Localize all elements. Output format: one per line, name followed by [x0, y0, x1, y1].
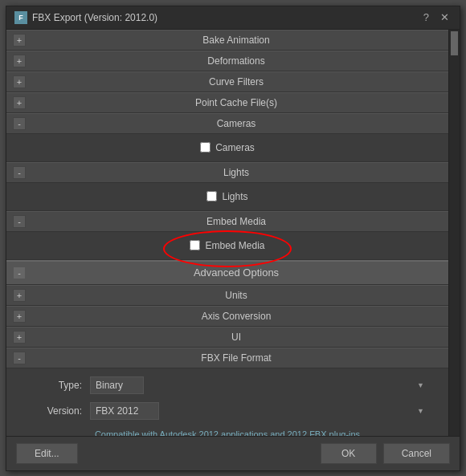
cameras-checkbox-row: Cameras: [19, 139, 435, 157]
label-lights: Lights: [31, 167, 442, 178]
scroll-content[interactable]: + Bake Animation + Deformations + Curve …: [6, 30, 448, 436]
toggle-deformations[interactable]: +: [13, 55, 26, 67]
advanced-options-header: - Advanced Options: [6, 260, 448, 285]
lights-checkbox-label: Lights: [222, 191, 247, 202]
embed-media-content: Embed Media: [6, 232, 448, 260]
cameras-content: Cameras: [6, 134, 448, 162]
scrollbar-track[interactable]: [448, 30, 460, 436]
embed-media-checkbox[interactable]: [190, 240, 200, 250]
toggle-fbx-file-format[interactable]: -: [13, 352, 26, 364]
toggle-axis-conversion[interactable]: +: [13, 310, 26, 323]
embed-media-container: Embed Media: [19, 237, 435, 254]
cancel-button[interactable]: Cancel: [383, 443, 450, 464]
lights-content: Lights: [6, 183, 448, 211]
toggle-advanced-options[interactable]: -: [13, 266, 26, 279]
section-lights[interactable]: - Lights: [6, 162, 448, 183]
type-select-wrapper: Binary ASCII: [90, 376, 429, 394]
dialog-title: FBX Export (Version: 2012.0): [32, 12, 157, 23]
content-area: + Bake Animation + Deformations + Curve …: [6, 30, 460, 436]
section-embed-media[interactable]: - Embed Media: [6, 211, 448, 232]
toggle-bake-animation[interactable]: +: [13, 34, 26, 47]
version-row: Version: FBX 2012 FBX 2011 FBX 2010 FBX …: [19, 401, 435, 421]
lights-checkbox-row: Lights: [19, 188, 435, 205]
title-bar-left: F FBX Export (Version: 2012.0): [14, 11, 157, 24]
section-bake-animation[interactable]: + Bake Animation: [6, 30, 448, 51]
version-select[interactable]: FBX 2012 FBX 2011 FBX 2010 FBX 2009: [90, 402, 159, 420]
ok-cancel-group: OK Cancel: [321, 443, 450, 464]
edit-button[interactable]: Edit...: [16, 443, 78, 464]
version-select-wrapper: FBX 2012 FBX 2011 FBX 2010 FBX 2009: [90, 402, 429, 420]
label-cameras: Cameras: [31, 118, 442, 129]
section-deformations[interactable]: + Deformations: [6, 51, 448, 71]
section-curve-filters[interactable]: + Curve Filters: [6, 71, 448, 92]
embed-media-checkbox-row: Embed Media: [183, 237, 271, 254]
toggle-point-cache[interactable]: +: [13, 96, 26, 109]
toggle-lights[interactable]: -: [13, 166, 26, 179]
label-bake-animation: Bake Animation: [31, 35, 442, 46]
toggle-curve-filters[interactable]: +: [13, 75, 26, 88]
section-axis-conversion[interactable]: + Axis Conversion: [6, 306, 448, 327]
label-units: Units: [31, 290, 442, 301]
fbx-export-dialog: F FBX Export (Version: 2012.0) ? ✕ + Bak…: [6, 6, 460, 471]
type-label: Type:: [26, 380, 82, 391]
ok-button[interactable]: OK: [321, 443, 377, 464]
cameras-checkbox-label: Cameras: [215, 142, 255, 153]
section-fbx-file-format[interactable]: - FBX File Format: [6, 348, 448, 368]
app-icon: F: [14, 11, 27, 24]
toggle-units[interactable]: +: [13, 289, 26, 302]
version-label: Version:: [26, 405, 82, 417]
section-ui[interactable]: + UI: [6, 327, 448, 348]
label-curve-filters: Curve Filters: [31, 76, 442, 87]
type-row: Type: Binary ASCII: [19, 375, 435, 396]
label-point-cache: Point Cache File(s): [31, 97, 442, 108]
label-fbx-file-format: FBX File Format: [31, 352, 442, 364]
title-bar-controls: ? ✕: [421, 11, 452, 23]
toggle-embed-media[interactable]: -: [13, 215, 26, 228]
fbx-format-content: Type: Binary ASCII Version: FBX 2012: [6, 368, 448, 436]
section-point-cache[interactable]: + Point Cache File(s): [6, 92, 448, 113]
section-cameras[interactable]: - Cameras: [6, 113, 448, 134]
embed-media-checkbox-label: Embed Media: [205, 240, 264, 251]
title-bar: F FBX Export (Version: 2012.0) ? ✕: [6, 6, 460, 30]
toggle-ui[interactable]: +: [13, 331, 26, 344]
type-select[interactable]: Binary ASCII: [90, 376, 144, 394]
label-deformations: Deformations: [31, 55, 442, 67]
cameras-checkbox[interactable]: [200, 142, 211, 153]
scrollbar-thumb[interactable]: [451, 31, 458, 55]
label-embed-media: Embed Media: [31, 216, 442, 227]
close-button[interactable]: ✕: [438, 11, 452, 23]
label-ui: UI: [31, 332, 442, 343]
label-axis-conversion: Axis Conversion: [31, 311, 442, 322]
section-units[interactable]: + Units: [6, 285, 448, 306]
compat-text: Compatible with Autodesk 2012 applicatio…: [19, 426, 435, 436]
help-button[interactable]: ?: [421, 11, 431, 23]
toggle-cameras[interactable]: -: [13, 117, 26, 130]
lights-checkbox[interactable]: [206, 191, 217, 201]
label-advanced-options: Advanced Options: [31, 266, 442, 279]
bottom-bar: Edit... OK Cancel: [6, 436, 460, 470]
